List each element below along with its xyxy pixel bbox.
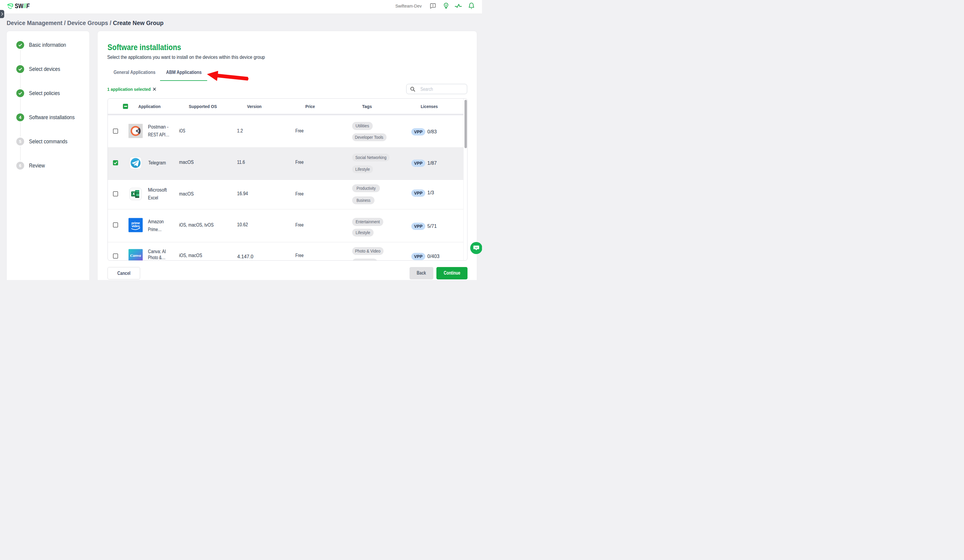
svg-text:video: video [132, 224, 140, 228]
svg-text:X: X [133, 192, 135, 196]
svg-text:Canva: Canva [130, 253, 141, 257]
